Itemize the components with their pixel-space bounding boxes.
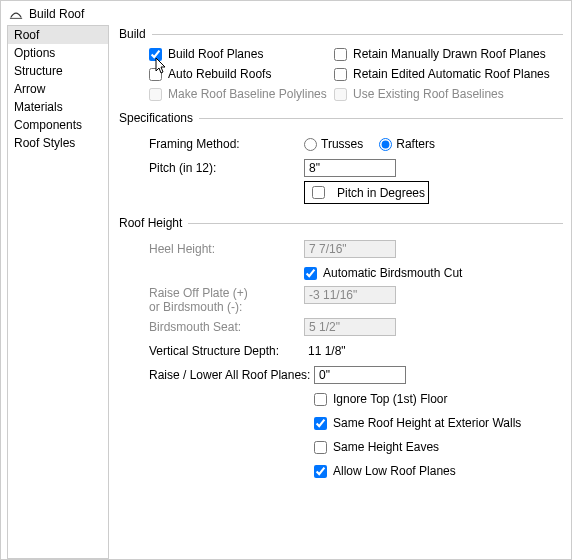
roof-height-group: Roof Height Heel Height: Automatic Birds… (119, 216, 563, 484)
build-roof-planes-label: Build Roof Planes (168, 47, 263, 61)
heel-height-label: Heel Height: (149, 242, 304, 256)
build-group: Build Build Roof Planes (119, 27, 563, 101)
birdsmouth-seat-input (304, 318, 396, 336)
trusses-radio-wrap[interactable]: Trusses (304, 137, 363, 151)
trusses-radio[interactable] (304, 138, 317, 151)
window-title: Build Roof (29, 7, 84, 21)
same-roof-height-ext-checkbox[interactable] (314, 417, 327, 430)
raise-off-plate-label-2: or Birdsmouth (-): (149, 300, 304, 314)
allow-low-roof-planes-label: Allow Low Roof Planes (333, 464, 456, 478)
ignore-top-floor-label: Ignore Top (1st) Floor (333, 392, 448, 406)
allow-low-roof-planes-checkbox[interactable] (314, 465, 327, 478)
vert-struct-depth-label: Vertical Structure Depth: (149, 344, 304, 358)
category-sidebar: Roof Options Structure Arrow Materials C… (7, 25, 109, 559)
specifications-group: Specifications Framing Method: Trusses R… (119, 111, 563, 206)
auto-birdsmouth-checkbox[interactable] (304, 267, 317, 280)
retain-edited-auto-planes-label: Retain Edited Automatic Roof Planes (353, 67, 550, 81)
title-bar: Build Roof (1, 1, 571, 25)
rafters-radio-wrap[interactable]: Rafters (379, 137, 435, 151)
use-existing-baselines-label: Use Existing Roof Baselines (353, 87, 504, 101)
raise-off-plate-input (304, 286, 396, 304)
retain-manual-planes-checkbox[interactable] (334, 48, 347, 61)
retain-manual-planes-label: Retain Manually Drawn Roof Planes (353, 47, 546, 61)
pitch-input[interactable] (304, 159, 396, 177)
raise-off-plate-label-1: Raise Off Plate (+) (149, 286, 304, 300)
sidebar-item-arrow[interactable]: Arrow (8, 80, 108, 98)
framing-method-label: Framing Method: (149, 137, 304, 151)
auto-birdsmouth-label: Automatic Birdsmouth Cut (323, 266, 462, 280)
roof-icon (9, 7, 23, 21)
make-baseline-polylines-checkbox (149, 88, 162, 101)
same-roof-height-ext-label: Same Roof Height at Exterior Walls (333, 416, 521, 430)
raise-lower-input[interactable] (314, 366, 406, 384)
heel-height-input (304, 240, 396, 258)
auto-rebuild-roofs-label: Auto Rebuild Roofs (168, 67, 271, 81)
specifications-legend: Specifications (119, 111, 199, 125)
raise-lower-label: Raise / Lower All Roof Planes: (149, 368, 314, 382)
ignore-top-floor-checkbox[interactable] (314, 393, 327, 406)
make-baseline-polylines-label: Make Roof Baseline Polylines (168, 87, 327, 101)
sidebar-item-roof-styles[interactable]: Roof Styles (8, 134, 108, 152)
same-height-eaves-label: Same Height Eaves (333, 440, 439, 454)
build-legend: Build (119, 27, 152, 41)
rafters-radio[interactable] (379, 138, 392, 151)
same-height-eaves-checkbox[interactable] (314, 441, 327, 454)
pitch-label: Pitch (in 12): (149, 161, 304, 175)
vert-struct-depth-value: 11 1/8" (304, 344, 403, 358)
sidebar-item-components[interactable]: Components (8, 116, 108, 134)
use-existing-baselines-checkbox (334, 88, 347, 101)
auto-rebuild-roofs-checkbox[interactable] (149, 68, 162, 81)
sidebar-item-structure[interactable]: Structure (8, 62, 108, 80)
birdsmouth-seat-label: Birdsmouth Seat: (149, 320, 304, 334)
sidebar-item-materials[interactable]: Materials (8, 98, 108, 116)
pitch-in-degrees-checkbox-wrap[interactable]: Pitch in Degrees (304, 181, 429, 204)
pitch-in-degrees-checkbox[interactable] (312, 186, 325, 199)
roof-height-legend: Roof Height (119, 216, 188, 230)
pitch-in-degrees-label: Pitch in Degrees (337, 186, 425, 200)
sidebar-item-options[interactable]: Options (8, 44, 108, 62)
sidebar-item-roof[interactable]: Roof (8, 26, 108, 44)
retain-edited-auto-planes-checkbox[interactable] (334, 68, 347, 81)
build-roof-planes-checkbox[interactable] (149, 48, 162, 61)
